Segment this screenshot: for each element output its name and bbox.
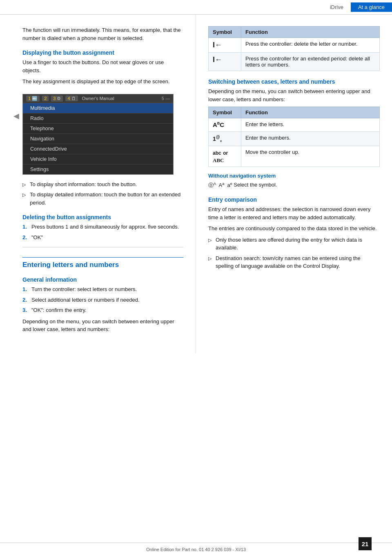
screen-menu-settings: Settings	[23, 165, 173, 174]
switching-symbol-table: Symbol Function ABC Enter the letters. 1…	[208, 107, 380, 167]
entering-letters-title: Entering letters and numbers	[22, 257, 183, 269]
switching-section-title: Switching between cases, letters and num…	[208, 78, 380, 85]
select-symbol-text: Select the symbol.	[234, 182, 277, 188]
screen-tab-icon-3: ⚙	[57, 96, 61, 101]
screen-menu-telephone: Telephone	[23, 124, 173, 134]
screen-mockup: 1 🔤 2 3 ⚙ 4 🗒 Owner's Manual	[22, 89, 174, 180]
screen-tab-3: 3 ⚙	[51, 96, 63, 102]
step-num-g3: 3.	[22, 306, 29, 314]
screen-tab-icon-4: 🗒	[71, 96, 76, 101]
numbers-symbol: 1@+	[213, 136, 222, 142]
screen-tab-num-1: 1	[28, 96, 31, 101]
screen-menu-vehicleinfo: Vehicle Info	[23, 154, 173, 165]
table-row: ABC Enter the letters.	[209, 118, 380, 132]
step-num-g1: 1.	[22, 285, 29, 294]
delete-symbol-2: I←	[213, 56, 222, 64]
footer-text: Online Edition for Part no. 01 40 2 926 …	[146, 547, 246, 552]
tab-idrive[interactable]: iDrive	[323, 2, 351, 12]
screen-menu-connecteddrive: ConnectedDrive	[23, 144, 173, 154]
screen-menu-navigation: Navigation	[23, 134, 173, 144]
step-text-g3: "OK": confirm the entry.	[31, 306, 87, 314]
function-cell-move: Move the controller up.	[241, 146, 380, 167]
intro-text: The function will run immediately. This …	[22, 26, 183, 42]
step-text-1: Press buttons 1 and 8 simultaneously for…	[31, 223, 179, 231]
bullet-item: ▷ Destination search: town/city names ca…	[208, 254, 380, 270]
bullet-arrow-icon: ▷	[22, 181, 27, 189]
function-cell-letters: Enter the letters.	[241, 118, 380, 132]
lowercase-symbol: abc	[213, 150, 221, 156]
function-cell-1: Press the controller: delete the letter …	[241, 38, 380, 53]
bullet-arrow-icon: ▷	[208, 255, 213, 270]
step-item: 2. "OK"	[22, 234, 183, 242]
bullet-text-1: To display short information: touch the …	[30, 180, 137, 189]
screen-tab-5: 5 —	[162, 96, 170, 101]
deleting-button-assignments-title: Deleting the button assignments	[22, 214, 183, 220]
screen-tab-2: 2	[42, 96, 49, 101]
screen-menu: Multimedia Radio Telephone Navigation Co…	[23, 103, 173, 174]
general-info-steps: 1. Turn the controller: select letters o…	[22, 285, 183, 314]
delete-symbol-1: I←	[213, 41, 222, 49]
header-tabs: iDrive At a glance	[323, 2, 392, 12]
abc-symbol: ABC	[213, 121, 224, 128]
entry-comparison-bullets: ▷ Only those letters are offered during …	[208, 236, 380, 270]
table-row: I← Press the controller for an extended …	[209, 53, 380, 71]
symbol-cell-123: 1@+	[209, 132, 241, 146]
screen-display: 1 🔤 2 3 ⚙ 4 🗒 Owner's Manual	[22, 94, 174, 175]
screen-tab-num-2: 2	[44, 96, 47, 101]
entry-bullet-1: Only those letters are offered during th…	[216, 236, 380, 252]
screen-tab-1: 1 🔤	[26, 96, 40, 102]
page-number: 21	[359, 537, 372, 550]
symbol-cell-abc: ABC	[209, 118, 241, 132]
page-content: The function will run immediately. This …	[0, 15, 392, 353]
table-row: I← Press the controller: delete the lett…	[209, 38, 380, 53]
switch-table-header-function: Function	[241, 107, 380, 118]
general-info-closing: Depending on the menu, you can switch be…	[22, 318, 183, 334]
bullet-item: ▷ To display short information: touch th…	[22, 180, 183, 189]
table-row: 1@+ Enter the numbers.	[209, 132, 380, 146]
step-num-g2: 2.	[22, 296, 29, 304]
screen-tab-num-3: 3	[53, 96, 56, 101]
displaying-button-assignment-title: Displaying the button assignment	[22, 49, 183, 56]
step-text-2: "OK"	[31, 234, 43, 242]
general-information-title: General information	[22, 276, 183, 283]
step-text-g1: Turn the controller: select letters or n…	[31, 285, 137, 294]
without-nav-text: ⓪A Aa ae Select the symbol.	[208, 181, 380, 189]
page-header: iDrive At a glance	[0, 0, 392, 15]
function-cell-2: Press the controller for an extended per…	[241, 53, 380, 71]
without-nav-title: Without navigation system	[208, 173, 380, 179]
bullet-arrow-icon: ▷	[208, 237, 213, 252]
left-column: The function will run immediately. This …	[0, 15, 196, 353]
step-num-2: 2.	[22, 234, 29, 242]
tab-at-a-glance[interactable]: At a glance	[351, 2, 392, 12]
page-footer: Online Edition for Part no. 01 40 2 926 …	[0, 543, 392, 556]
displaying-bullets: ▷ To display short information: touch th…	[22, 180, 183, 207]
screen-owner-label: Owner's Manual	[82, 96, 114, 101]
step-item: 3. "OK": confirm the entry.	[22, 306, 183, 314]
entry-comparison-title: Entry comparison	[208, 196, 380, 203]
step-num-1: 1.	[22, 223, 29, 231]
symbol-function-table-top: Symbol Function I← Press the controller:…	[208, 26, 380, 71]
step-item: 1. Turn the controller: select letters o…	[22, 285, 183, 294]
step-item: 2. Select additional letters or numbers …	[22, 296, 183, 304]
function-cell-numbers: Enter the numbers.	[241, 132, 380, 146]
bullet-arrow-icon: ▷	[22, 191, 27, 207]
right-column: Symbol Function I← Press the controller:…	[196, 15, 392, 353]
screen-tab-num-4: 4	[67, 96, 70, 101]
table-row: abc or ABC Move the controller up.	[209, 146, 380, 167]
step-text-g2: Select additional letters or numbers if …	[31, 296, 140, 304]
symbol-cell-2: I←	[209, 53, 241, 71]
bullet-item: ▷ Only those letters are offered during …	[208, 236, 380, 252]
symbol-cell-1: I←	[209, 38, 241, 53]
deleting-steps: 1. Press buttons 1 and 8 simultaneously …	[22, 223, 183, 241]
step-item: 1. Press buttons 1 and 8 simultaneously …	[22, 223, 183, 231]
switching-intro: Depending on the menu, you can switch be…	[208, 87, 380, 103]
without-nav-symbols: ⓪A Aa ae	[208, 182, 232, 188]
bullet-item: ▷ To display detailed information: touch…	[22, 191, 183, 207]
screen-top-bar: 1 🔤 2 3 ⚙ 4 🗒 Owner's Manual	[23, 94, 173, 103]
section-divider	[22, 247, 183, 247]
table-header-function: Function	[241, 27, 380, 38]
displaying-para2: The key assignment is displayed at the t…	[22, 78, 183, 86]
displaying-para1: Use a finger to touch the buttons. Do no…	[22, 58, 183, 74]
bullet-text-2: To display detailed information: touch t…	[30, 191, 183, 207]
entry-bullet-2: Destination search: town/city names can …	[216, 254, 380, 270]
